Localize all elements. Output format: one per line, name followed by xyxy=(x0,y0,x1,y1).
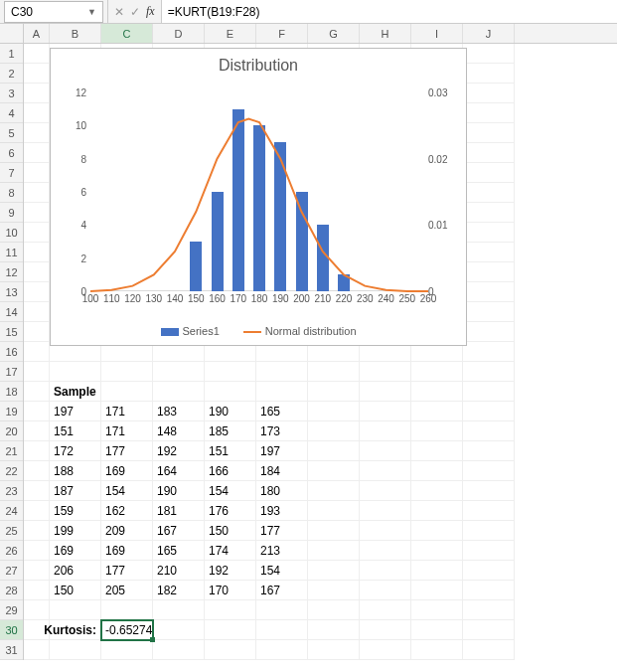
row-header-4[interactable]: 4 xyxy=(0,103,23,123)
cell-A23[interactable] xyxy=(24,481,50,501)
cell-H22[interactable] xyxy=(360,461,411,481)
row-header-12[interactable]: 12 xyxy=(0,262,23,282)
cell-D19[interactable]: 183 xyxy=(153,402,205,421)
cell-B22[interactable]: 188 xyxy=(50,461,101,481)
cell-J14[interactable] xyxy=(463,302,515,322)
cancel-icon[interactable]: ✕ xyxy=(114,5,124,19)
cell-C27[interactable]: 177 xyxy=(101,561,153,581)
row-header-26[interactable]: 26 xyxy=(0,541,23,561)
cell-D21[interactable]: 192 xyxy=(153,441,205,461)
cells-area[interactable]: Distribution 024681012 00.010.020.03 100… xyxy=(24,44,515,660)
cell-G21[interactable] xyxy=(308,441,360,461)
cell-A17[interactable] xyxy=(24,362,50,382)
cell-J10[interactable] xyxy=(463,223,515,243)
cell-B28[interactable]: 150 xyxy=(50,581,101,600)
cell-A2[interactable] xyxy=(24,64,50,84)
cell-J22[interactable] xyxy=(463,461,515,481)
cell-E23[interactable]: 154 xyxy=(205,481,256,501)
cell-E20[interactable]: 185 xyxy=(205,421,256,441)
cell-H24[interactable] xyxy=(360,501,411,521)
cell-D18[interactable] xyxy=(153,382,205,402)
cell-J1[interactable] xyxy=(463,44,515,64)
cell-J19[interactable] xyxy=(463,402,515,421)
cell-A14[interactable] xyxy=(24,302,50,322)
row-header-22[interactable]: 22 xyxy=(0,461,23,481)
cell-G30[interactable] xyxy=(308,620,360,640)
cell-I28[interactable] xyxy=(411,581,463,600)
cell-C25[interactable]: 209 xyxy=(101,521,153,541)
cell-E21[interactable]: 151 xyxy=(205,441,256,461)
cell-G29[interactable] xyxy=(308,600,360,620)
cell-A8[interactable] xyxy=(24,183,50,203)
cell-J9[interactable] xyxy=(463,203,515,223)
cell-J21[interactable] xyxy=(463,441,515,461)
cell-I17[interactable] xyxy=(411,362,463,382)
cell-I29[interactable] xyxy=(411,600,463,620)
cell-I27[interactable] xyxy=(411,561,463,581)
cell-A4[interactable] xyxy=(24,103,50,123)
cell-B25[interactable]: 199 xyxy=(50,521,101,541)
cell-J23[interactable] xyxy=(463,481,515,501)
cell-J12[interactable] xyxy=(463,262,515,282)
cell-C28[interactable]: 205 xyxy=(101,581,153,600)
cell-A20[interactable] xyxy=(24,421,50,441)
cell-I21[interactable] xyxy=(411,441,463,461)
cell-D28[interactable]: 182 xyxy=(153,581,205,600)
cell-C21[interactable]: 177 xyxy=(101,441,153,461)
cell-D22[interactable]: 164 xyxy=(153,461,205,481)
cell-D20[interactable]: 148 xyxy=(153,421,205,441)
cell-A7[interactable] xyxy=(24,163,50,183)
row-header-3[interactable]: 3 xyxy=(0,84,23,103)
cell-J26[interactable] xyxy=(463,541,515,561)
cell-F30[interactable] xyxy=(256,620,308,640)
cell-J15[interactable] xyxy=(463,322,515,342)
cell-C19[interactable]: 171 xyxy=(101,402,153,421)
cell-J27[interactable] xyxy=(463,561,515,581)
row-header-21[interactable]: 21 xyxy=(0,441,23,461)
cell-E28[interactable]: 170 xyxy=(205,581,256,600)
cell-G31[interactable] xyxy=(308,640,360,660)
cell-H28[interactable] xyxy=(360,581,411,600)
cell-D24[interactable]: 181 xyxy=(153,501,205,521)
cell-A13[interactable] xyxy=(24,282,50,302)
cell-A15[interactable] xyxy=(24,322,50,342)
cell-G24[interactable] xyxy=(308,501,360,521)
row-header-19[interactable]: 19 xyxy=(0,402,23,421)
cell-H31[interactable] xyxy=(360,640,411,660)
cell-B31[interactable] xyxy=(50,640,101,660)
cell-A24[interactable] xyxy=(24,501,50,521)
row-header-30[interactable]: 30 xyxy=(0,620,23,640)
cell-I18[interactable] xyxy=(411,382,463,402)
enter-icon[interactable]: ✓ xyxy=(130,5,140,19)
col-header-C[interactable]: C xyxy=(101,24,153,43)
cell-A10[interactable] xyxy=(24,223,50,243)
chart[interactable]: Distribution 024681012 00.010.020.03 100… xyxy=(50,48,467,346)
cell-E26[interactable]: 174 xyxy=(205,541,256,561)
cell-J31[interactable] xyxy=(463,640,515,660)
cell-B17[interactable] xyxy=(50,362,101,382)
cell-F21[interactable]: 197 xyxy=(256,441,308,461)
cell-C29[interactable] xyxy=(101,600,153,620)
cell-E22[interactable]: 166 xyxy=(205,461,256,481)
cell-A5[interactable] xyxy=(24,123,50,143)
cell-H25[interactable] xyxy=(360,521,411,541)
cell-A12[interactable] xyxy=(24,262,50,282)
cell-A26[interactable] xyxy=(24,541,50,561)
cell-G25[interactable] xyxy=(308,521,360,541)
cell-J5[interactable] xyxy=(463,123,515,143)
col-header-F[interactable]: F xyxy=(256,24,308,43)
cell-I24[interactable] xyxy=(411,501,463,521)
cell-F20[interactable]: 173 xyxy=(256,421,308,441)
cell-F19[interactable]: 165 xyxy=(256,402,308,421)
cell-A21[interactable] xyxy=(24,441,50,461)
cell-I22[interactable] xyxy=(411,461,463,481)
cell-D25[interactable]: 167 xyxy=(153,521,205,541)
cell-D26[interactable]: 165 xyxy=(153,541,205,561)
cell-D17[interactable] xyxy=(153,362,205,382)
cell-A25[interactable] xyxy=(24,521,50,541)
cell-A28[interactable] xyxy=(24,581,50,600)
cell-G23[interactable] xyxy=(308,481,360,501)
cell-J24[interactable] xyxy=(463,501,515,521)
row-header-8[interactable]: 8 xyxy=(0,183,23,203)
cell-J29[interactable] xyxy=(463,600,515,620)
